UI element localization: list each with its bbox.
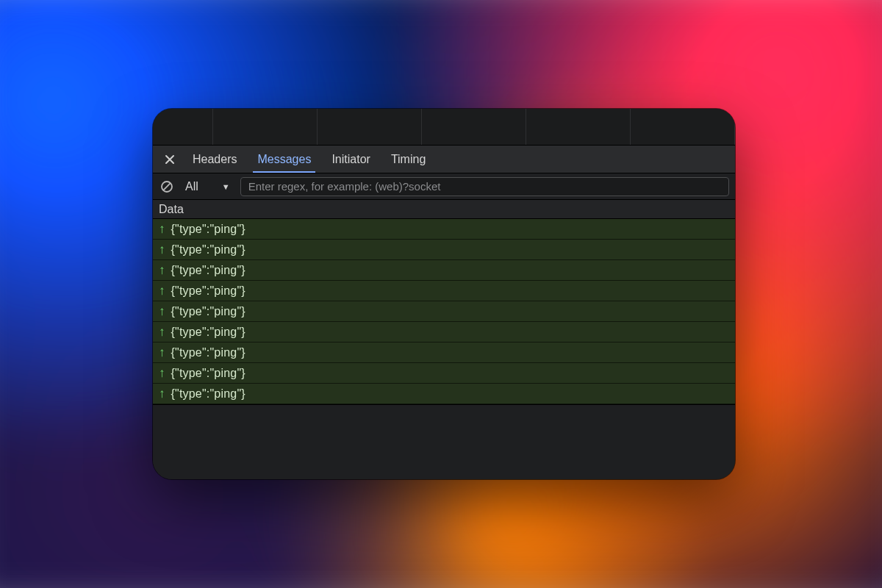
regex-filter-input[interactable] [240, 177, 729, 196]
header-cell [318, 109, 422, 145]
chevron-down-icon: ▼ [222, 182, 230, 191]
close-button[interactable] [157, 146, 182, 173]
tab-label: Messages [257, 153, 311, 166]
message-payload: {"type":"ping"} [171, 264, 245, 277]
message-payload: {"type":"ping"} [171, 326, 245, 339]
messages-column-header[interactable]: Data [153, 200, 735, 219]
devtools-network-panel: HeadersMessagesInitiatorTiming All ▼ Dat… [153, 109, 735, 479]
tab-initiator[interactable]: Initiator [321, 146, 380, 173]
tab-timing[interactable]: Timing [381, 146, 436, 173]
tab-label: Initiator [331, 153, 370, 166]
arrow-up-icon: ↑ [159, 305, 165, 318]
column-header-data: Data [159, 203, 184, 216]
message-row[interactable]: ↑{"type":"ping"} [153, 281, 735, 301]
message-payload: {"type":"ping"} [171, 387, 245, 401]
arrow-up-icon: ↑ [159, 243, 165, 256]
header-cell [631, 109, 735, 145]
message-payload: {"type":"ping"} [171, 223, 245, 236]
direction-filter-label: All [185, 180, 198, 193]
tab-label: Timing [391, 153, 426, 166]
close-icon [165, 154, 175, 165]
direction-filter-dropdown[interactable]: All ▼ [182, 180, 233, 193]
tab-messages[interactable]: Messages [247, 146, 321, 173]
clear-icon [160, 180, 173, 193]
arrow-up-icon: ↑ [159, 264, 165, 276]
arrow-up-icon: ↑ [159, 223, 165, 235]
message-payload: {"type":"ping"} [171, 346, 245, 359]
svg-line-1 [163, 183, 171, 190]
message-row[interactable]: ↑{"type":"ping"} [153, 363, 735, 384]
header-cell [422, 109, 526, 145]
header-cell [213, 109, 318, 145]
message-row[interactable]: ↑{"type":"ping"} [153, 219, 735, 240]
message-payload: {"type":"ping"} [171, 367, 245, 380]
message-row[interactable]: ↑{"type":"ping"} [153, 240, 735, 260]
tab-label: Headers [193, 153, 237, 166]
arrow-up-icon: ↑ [159, 346, 165, 359]
arrow-up-icon: ↑ [159, 367, 165, 379]
messages-list: ↑{"type":"ping"}↑{"type":"ping"}↑{"type"… [153, 219, 735, 404]
header-cell [526, 109, 631, 145]
message-row[interactable]: ↑{"type":"ping"} [153, 301, 735, 322]
message-preview-empty [153, 405, 735, 479]
header-cell [153, 109, 213, 145]
message-payload: {"type":"ping"} [171, 305, 245, 318]
tab-headers[interactable]: Headers [182, 146, 247, 173]
message-payload: {"type":"ping"} [171, 243, 245, 257]
arrow-up-icon: ↑ [159, 387, 165, 400]
messages-toolbar: All ▼ [153, 173, 735, 200]
clear-button[interactable] [159, 179, 175, 195]
network-table-header-strip [153, 109, 735, 146]
detail-tabs: HeadersMessagesInitiatorTiming [153, 146, 735, 173]
message-row[interactable]: ↑{"type":"ping"} [153, 343, 735, 363]
arrow-up-icon: ↑ [159, 284, 165, 297]
message-row[interactable]: ↑{"type":"ping"} [153, 384, 735, 404]
arrow-up-icon: ↑ [159, 326, 165, 338]
message-row[interactable]: ↑{"type":"ping"} [153, 322, 735, 343]
message-payload: {"type":"ping"} [171, 284, 245, 298]
message-row[interactable]: ↑{"type":"ping"} [153, 260, 735, 281]
